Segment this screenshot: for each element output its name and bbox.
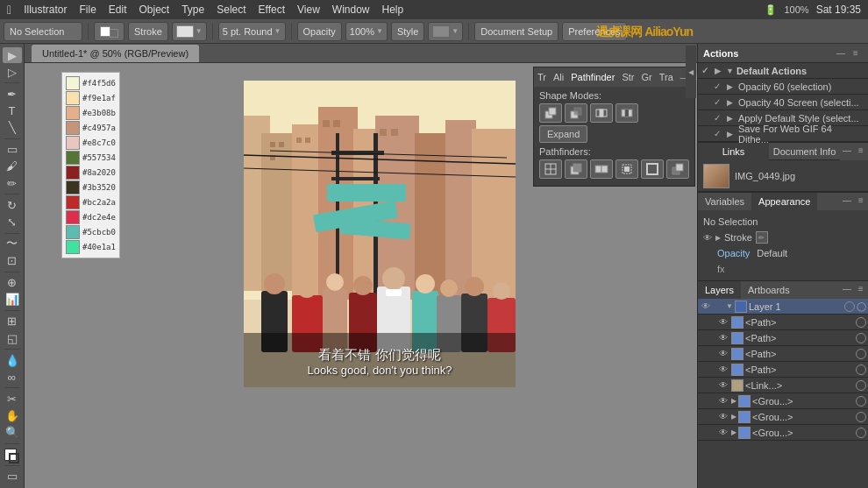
pen-tool[interactable]: ✒ bbox=[3, 86, 22, 102]
links-tab-links[interactable]: Links bbox=[698, 143, 769, 160]
pf-tab-str[interactable]: Str bbox=[622, 72, 634, 82]
actions-panel-menu[interactable]: ≡ bbox=[849, 46, 863, 60]
menu-view[interactable]: View bbox=[297, 4, 320, 16]
outline-button[interactable] bbox=[641, 159, 664, 179]
blend-tool[interactable]: ∞ bbox=[3, 369, 22, 385]
layer-row-path3[interactable]: 👁 <Path> bbox=[698, 346, 868, 362]
group1-expand[interactable]: ▶ bbox=[731, 397, 736, 405]
action-item-3[interactable]: ✓ ▶ Save For Web GIF 64 Dithe... bbox=[698, 126, 868, 142]
menu-window[interactable]: Window bbox=[332, 4, 370, 16]
layer-row-path1[interactable]: 👁 <Path> bbox=[698, 315, 868, 330]
unite-button[interactable] bbox=[539, 103, 562, 123]
links-panel-menu[interactable]: ≡ bbox=[854, 143, 868, 157]
stroke-visibility-eye[interactable]: 👁 bbox=[703, 233, 712, 243]
eyedropper-tool[interactable]: 💧 bbox=[3, 352, 22, 368]
scale-tool[interactable]: ⤡ bbox=[3, 214, 22, 230]
intersect-button[interactable] bbox=[590, 103, 613, 123]
opacity-row[interactable]: Opacity Default bbox=[703, 245, 863, 261]
color-swatch[interactable] bbox=[66, 106, 80, 120]
layer-row-path2[interactable]: 👁 <Path> bbox=[698, 330, 868, 346]
fill-stroke-toggle[interactable] bbox=[94, 22, 125, 41]
pf-tab-ali[interactable]: Ali bbox=[553, 72, 564, 82]
merge-button[interactable] bbox=[590, 159, 613, 179]
crop-button[interactable] bbox=[615, 159, 638, 179]
layer-vis-path3[interactable]: 👁 bbox=[717, 348, 729, 360]
group3-target[interactable] bbox=[856, 428, 866, 438]
color-swatch[interactable] bbox=[66, 210, 80, 224]
hand-tool[interactable]: ✋ bbox=[3, 407, 22, 423]
style-picker[interactable]: ▼ bbox=[428, 22, 463, 41]
color-swatch[interactable] bbox=[66, 240, 80, 254]
group2-expand[interactable]: ▶ bbox=[731, 413, 736, 421]
action-item-0[interactable]: ✓ ▶ Opacity 60 (selection) bbox=[698, 79, 868, 95]
menu-help[interactable]: Help bbox=[382, 4, 404, 16]
free-transform-tool[interactable]: ⊡ bbox=[3, 253, 22, 269]
group1-target[interactable] bbox=[856, 396, 866, 407]
action-item-1[interactable]: ✓ ▶ Opacity 40 Screen (selecti... bbox=[698, 95, 868, 110]
layer-vis-link[interactable]: 👁 bbox=[717, 379, 729, 392]
variables-tab[interactable]: Variables bbox=[698, 193, 751, 210]
screen-mode-button[interactable]: ▭ bbox=[3, 469, 22, 484]
apple-menu[interactable]:  bbox=[7, 3, 11, 17]
links-panel-minimize[interactable]: — bbox=[840, 143, 854, 157]
color-swatch[interactable] bbox=[66, 76, 80, 90]
stroke-color-picker[interactable]: ▼ bbox=[172, 22, 207, 41]
color-swatch[interactable] bbox=[66, 225, 80, 239]
mesh-tool[interactable]: ⊞ bbox=[3, 314, 22, 329]
layer-expand-1[interactable]: ▼ bbox=[726, 302, 733, 310]
appearance-tab[interactable]: Appearance bbox=[751, 193, 817, 210]
expand-button[interactable]: Expand bbox=[539, 125, 587, 143]
canvas[interactable]: #f4f5d6 #f9e1af #e3b08b #c4957a #e8c7c0 bbox=[25, 63, 697, 488]
links-tab-docinfo[interactable]: Document Info bbox=[769, 143, 840, 160]
color-swatch[interactable] bbox=[66, 180, 80, 194]
color-swatch[interactable] bbox=[66, 121, 80, 135]
menu-type[interactable]: Type bbox=[181, 4, 204, 16]
exclude-button[interactable] bbox=[615, 103, 638, 123]
artboards-tab[interactable]: Artboards bbox=[741, 281, 797, 299]
layer-row-group1[interactable]: 👁 ▶ <Grou...> bbox=[698, 393, 868, 409]
pencil-tool[interactable]: ✏ bbox=[3, 175, 22, 191]
path4-target[interactable] bbox=[856, 364, 866, 375]
path1-target[interactable] bbox=[856, 317, 866, 328]
appearance-panel-minimize[interactable]: — bbox=[840, 193, 854, 207]
opacity-picker[interactable]: 100% ▼ bbox=[345, 22, 388, 41]
actions-panel-minimize[interactable]: — bbox=[836, 48, 845, 58]
canvas-area[interactable]: Untitled-1* @ 50% (RGB/Preview) #f4f5d6 … bbox=[25, 44, 697, 488]
zoom-tool[interactable]: 🔍 bbox=[3, 425, 22, 441]
color-swatch[interactable] bbox=[66, 195, 80, 209]
link-item-0[interactable]: IMG_0449.jpg bbox=[698, 160, 868, 192]
rectangle-tool[interactable]: ▭ bbox=[3, 142, 22, 158]
gradient-tool[interactable]: ◱ bbox=[3, 330, 22, 346]
color-swatch[interactable] bbox=[66, 136, 80, 150]
link-target[interactable] bbox=[856, 380, 866, 391]
layer-row-path4[interactable]: 👁 <Path> bbox=[698, 362, 868, 378]
layer-row-group3[interactable]: 👁 ▶ <Grou...> bbox=[698, 425, 868, 441]
scissors-tool[interactable]: ✂ bbox=[3, 391, 22, 407]
menu-edit[interactable]: Edit bbox=[109, 4, 127, 16]
menu-effect[interactable]: Effect bbox=[259, 4, 285, 16]
group3-expand[interactable]: ▶ bbox=[731, 428, 736, 436]
line-tool[interactable]: ╲ bbox=[3, 120, 22, 136]
pf-tab-pathfinder[interactable]: Pathfinder bbox=[571, 72, 615, 82]
layer-vis-group3[interactable]: 👁 bbox=[717, 427, 729, 439]
layers-panel-menu[interactable]: ≡ bbox=[854, 281, 868, 295]
layer-target-1[interactable] bbox=[844, 301, 855, 312]
symbol-sprayer-tool[interactable]: ⊕ bbox=[3, 275, 22, 291]
layer-vis-group2[interactable]: 👁 bbox=[717, 411, 729, 423]
direct-selection-tool[interactable]: ▷ bbox=[3, 64, 22, 80]
menu-object[interactable]: Object bbox=[139, 4, 170, 16]
layer-visibility-toggle-1[interactable]: ◯ bbox=[857, 301, 866, 311]
document-setup-button[interactable]: Document Setup bbox=[474, 22, 559, 41]
layer-row-group2[interactable]: 👁 ▶ <Grou...> bbox=[698, 409, 868, 425]
menu-illustrator[interactable]: Illustrator bbox=[24, 4, 67, 16]
trim-button[interactable] bbox=[565, 159, 587, 179]
pf-tab-tra[interactable]: Tra bbox=[659, 72, 673, 82]
pf-tab-gr[interactable]: Gr bbox=[641, 72, 651, 82]
color-swatch[interactable] bbox=[66, 166, 80, 180]
color-swatch[interactable] bbox=[66, 151, 80, 165]
minus-front-button[interactable] bbox=[565, 103, 587, 123]
layer-lock-1[interactable] bbox=[714, 301, 724, 312]
layer-vis-path1[interactable]: 👁 bbox=[717, 316, 729, 329]
pf-tab-tr[interactable]: Tr bbox=[537, 72, 546, 82]
layer-row-link[interactable]: 👁 <Link...> bbox=[698, 378, 868, 393]
